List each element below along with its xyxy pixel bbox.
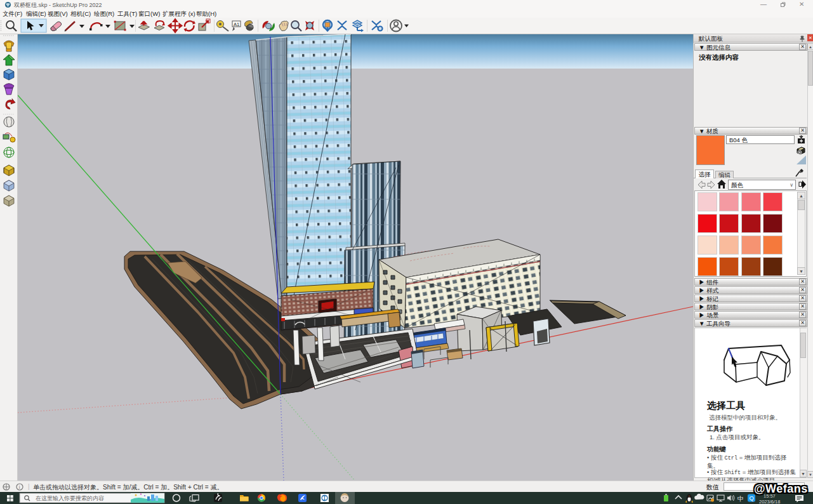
svg-text:在这里输入你要搜索的内容: 在这里输入你要搜索的内容 bbox=[36, 495, 104, 501]
svg-text:中: 中 bbox=[737, 495, 744, 502]
svg-text:Q: Q bbox=[750, 494, 754, 501]
svg-text:i: i bbox=[19, 484, 21, 490]
svg-text:A1: A1 bbox=[234, 22, 239, 27]
svg-text:2023/6/18: 2023/6/18 bbox=[759, 499, 780, 504]
